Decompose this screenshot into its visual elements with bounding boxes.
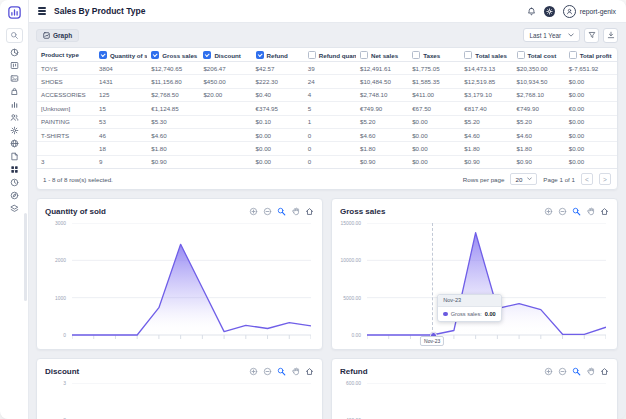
pie-chart-icon[interactable] [5, 46, 23, 59]
zoom-in-icon[interactable] [544, 367, 553, 376]
selection-zoom-icon[interactable] [572, 367, 581, 376]
rows-per-page-select[interactable]: 20 [510, 173, 537, 185]
column-checkbox-gross-sales[interactable] [151, 51, 159, 59]
column-checkbox-refund-quantity[interactable] [308, 51, 316, 59]
chart-plot-refund[interactable] [367, 383, 606, 419]
reset-home-icon[interactable] [305, 207, 314, 216]
main-content: Graph Last 1 Year Product typeQuantity o… [28, 22, 626, 419]
table-cell: 9 [95, 155, 147, 168]
clock-icon[interactable] [5, 176, 23, 189]
prev-page-button[interactable]: < [581, 173, 593, 185]
column-checkbox-net-sales[interactable] [360, 51, 368, 59]
shopping-bag-icon[interactable] [5, 85, 23, 98]
document-icon[interactable] [5, 150, 23, 163]
table-cell: $0.00 [565, 88, 617, 101]
graph-button-label: Graph [53, 32, 72, 39]
chart-plot-quantity-of-sold[interactable] [72, 223, 311, 341]
chart-plot-gross-sales[interactable]: Nov-23 Gross sales: 0.00Nov-23 [367, 223, 606, 341]
table-cell: $0.00 [565, 115, 617, 128]
zoom-in-icon[interactable] [249, 207, 258, 216]
settings-icon[interactable] [5, 124, 23, 137]
selection-zoom-icon[interactable] [277, 367, 286, 376]
sidebar [0, 0, 29, 419]
column-label: Total cost [528, 52, 557, 59]
selection-zoom-icon[interactable] [572, 207, 581, 216]
pan-icon[interactable] [586, 207, 595, 216]
menu-icon[interactable] [38, 7, 46, 14]
column-checkbox-total-cost[interactable] [517, 51, 525, 59]
table-cell [199, 142, 251, 155]
table-cell: $1.80 [513, 142, 565, 155]
column-checkbox-total-sales[interactable] [464, 51, 472, 59]
graph-button[interactable]: Graph [36, 29, 79, 42]
next-page-button[interactable]: > [599, 173, 611, 185]
search-icon[interactable] [6, 28, 23, 43]
zoom-in-icon[interactable] [544, 207, 553, 216]
users-icon[interactable] [5, 111, 23, 124]
zoom-out-icon[interactable] [263, 207, 272, 216]
chevron-down-icon [568, 33, 574, 37]
table-cell: 53 [95, 115, 147, 128]
table-cell: €1,124.85 [147, 102, 199, 115]
chevron-down-icon [527, 177, 532, 181]
column-header-quantity-of-sold: Quantity of sold [95, 48, 147, 62]
x-axis-crosshair-label: Nov-23 [420, 336, 444, 346]
table-cell: $0.90 [513, 155, 565, 168]
chart-plot-discount[interactable] [72, 383, 311, 419]
settings-gear-icon[interactable] [544, 6, 555, 17]
layers-icon[interactable] [5, 202, 23, 215]
notifications-bell-icon[interactable] [527, 7, 536, 16]
table-cell: €817.40 [460, 102, 512, 115]
table-cell: €67.50 [408, 102, 460, 115]
column-header-discount: Discount [199, 48, 251, 62]
column-checkbox-refund[interactable] [256, 51, 264, 59]
bar-chart-icon[interactable] [5, 98, 23, 111]
crosshair-line [432, 223, 433, 335]
app-logo-icon[interactable] [6, 4, 22, 20]
y-axis-labels: 3000200010000 [45, 223, 69, 335]
pan-icon[interactable] [586, 367, 595, 376]
chart-area-gross-sales: 15000.0010000.005000.000.00 Nov-23 Gross… [340, 221, 609, 345]
export-button[interactable] [603, 28, 618, 43]
column-checkbox-total-profit[interactable] [569, 51, 577, 59]
chart-title: Quantity of sold [45, 207, 106, 216]
table-cell: $5.30 [147, 115, 199, 128]
chart-svg [72, 383, 311, 419]
compass-icon[interactable] [5, 189, 23, 202]
zoom-out-icon[interactable] [558, 367, 567, 376]
kanban-icon[interactable] [5, 59, 23, 72]
column-label: Net sales [371, 52, 398, 59]
column-checkbox-discount[interactable] [203, 51, 211, 59]
reset-home-icon[interactable] [305, 367, 314, 376]
table-cell: 0 [304, 142, 356, 155]
table-cell: $12,519.85 [460, 75, 512, 88]
column-header-total-sales: Total sales [460, 48, 512, 62]
column-checkbox-taxes[interactable] [412, 51, 420, 59]
chart-title: Discount [45, 367, 79, 376]
image-icon[interactable] [5, 72, 23, 85]
user-menu[interactable]: report-genix [563, 5, 616, 18]
column-checkbox-quantity-of-sold[interactable] [99, 51, 107, 59]
reset-home-icon[interactable] [600, 367, 609, 376]
sidebar-scrollbar[interactable] [24, 213, 27, 301]
zoom-in-icon[interactable] [249, 367, 258, 376]
zoom-out-icon[interactable] [263, 367, 272, 376]
zoom-out-icon[interactable] [558, 207, 567, 216]
grid-icon[interactable] [5, 163, 23, 176]
selection-zoom-icon[interactable] [277, 207, 286, 216]
table-cell [199, 115, 251, 128]
y-tick-label: 15000.00 [341, 221, 361, 226]
pan-icon[interactable] [291, 207, 300, 216]
pan-icon[interactable] [291, 367, 300, 376]
table-cell: $0.00 [565, 142, 617, 155]
table-cell: $3,179.10 [460, 88, 512, 101]
globe-icon[interactable] [5, 137, 23, 150]
table-cell: $42.57 [252, 62, 304, 75]
chart-title: Refund [340, 367, 368, 376]
table-cell: $10,484.50 [356, 75, 408, 88]
chart-panel-refund: Refund600.00400.00200.000.00 [331, 358, 618, 419]
filter-button[interactable] [584, 28, 599, 43]
table-cell: $4.60 [147, 128, 199, 141]
reset-home-icon[interactable] [600, 207, 609, 216]
period-select[interactable]: Last 1 Year [523, 28, 580, 42]
